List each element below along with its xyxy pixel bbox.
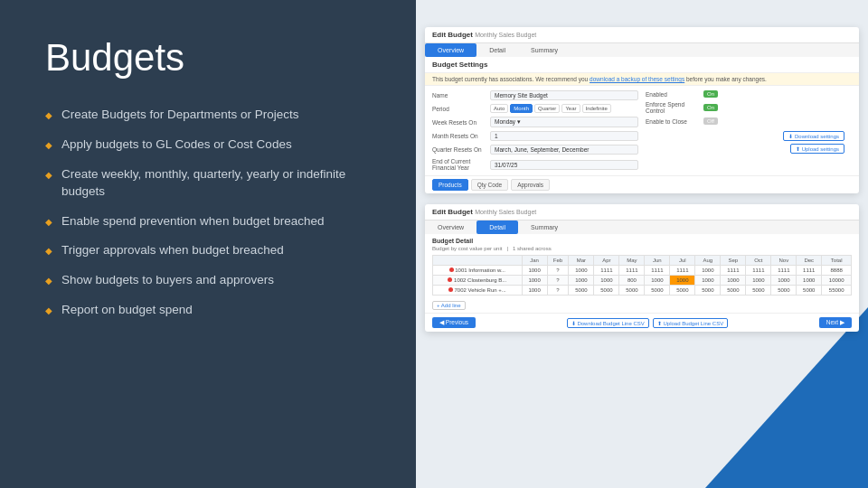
download-backup-link[interactable]: download a backup of these settings	[590, 76, 684, 82]
row1-may: 1111	[619, 266, 645, 276]
col-header-sep: Sep	[721, 256, 746, 266]
row3-name: 7002 Vehicle Run +...	[433, 286, 523, 296]
col-header-apr: Apr	[594, 256, 619, 266]
bottom-navigation: ◀ Previous ⬇ Download Budget Line CSV ⬆ …	[425, 313, 859, 332]
left-fields: Name Memory Site Budget Period Auto Mont…	[432, 90, 638, 171]
row1-feb: ?	[547, 266, 569, 276]
download-csv-button[interactable]: ⬇ Download Budget Line CSV	[567, 318, 649, 328]
period-month[interactable]: Month	[510, 104, 533, 113]
row3-mar: 5000	[569, 286, 594, 296]
row2-aug: 1000	[695, 276, 721, 286]
csv-buttons: ⬇ Download Budget Line CSV ⬆ Upload Budg…	[567, 318, 728, 328]
col-header-total: Total	[822, 256, 852, 266]
bullet-diamond-icon: ◆	[45, 169, 52, 182]
enforce-spend-toggle[interactable]: On	[703, 104, 718, 111]
row1-mar: 1000	[569, 266, 594, 276]
right-panel: Edit Budget Monthly Sales Budget Overvie…	[416, 0, 868, 488]
col-header-nov: Nov	[771, 256, 797, 266]
col-header-aug: Aug	[695, 256, 721, 266]
bullet-diamond-icon: ◆	[45, 245, 52, 258]
bullet-diamond-icon: ◆	[45, 275, 52, 287]
top-card-tabs: Overview Detail Summary	[425, 43, 859, 57]
row3-sep: 5000	[721, 286, 746, 296]
bullet-list: ◆Create Budgets for Departments or Proje…	[45, 107, 380, 319]
row1-jul: 1111	[670, 266, 695, 276]
period-quarter[interactable]: Quarter	[534, 104, 560, 113]
month-resets-label: Month Resets On	[432, 133, 486, 139]
row2-feb: ?	[547, 276, 569, 286]
tab-overview[interactable]: Overview	[425, 43, 476, 57]
row3-aug: 5000	[695, 286, 721, 296]
next-button[interactable]: Next ▶	[819, 317, 852, 328]
col-header-mar: Mar	[569, 256, 594, 266]
bullet-text: Create weekly, monthly, quarterly, yearl…	[61, 166, 380, 201]
enable-to-close-label: Enable to Close	[646, 118, 700, 125]
download-settings-button[interactable]: ⬇ Download settings	[783, 131, 844, 141]
tab2-summary[interactable]: Summary	[518, 221, 571, 234]
bullet-item: ◆Create Budgets for Departments or Proje…	[45, 107, 380, 124]
quarter-resets-value: March, June, September, December	[490, 145, 638, 155]
previous-button[interactable]: ◀ Previous	[432, 317, 476, 328]
col-header-dec: Dec	[797, 256, 822, 266]
bullet-item: ◆Apply budgets to GL Codes or Cost Codes	[45, 136, 380, 154]
add-line-button[interactable]: + Add line	[432, 301, 466, 310]
name-field-row: Name Memory Site Budget	[432, 90, 638, 100]
bullet-text: Trigger approvals when budget breached	[61, 242, 284, 259]
detail-sub: Budget by cost value per unit | 1 shared…	[432, 246, 852, 251]
tab-approvals[interactable]: Approvals	[511, 179, 550, 191]
tab-products[interactable]: Products	[432, 179, 468, 191]
col-header-jun: Jun	[645, 256, 670, 266]
row2-total: 10000	[822, 276, 852, 286]
bottom-card-title: Edit Budget	[432, 208, 473, 216]
row1-name: 1001 Information w...	[433, 266, 523, 276]
row2-apr: 1000	[594, 276, 619, 286]
row3-dec: 5000	[797, 286, 822, 296]
enable-to-close-toggle[interactable]: Off	[703, 117, 718, 125]
upload-csv-button[interactable]: ⬆ Upload Budget Line CSV	[653, 318, 728, 328]
enable-to-close-row: Enable to Close Off	[646, 117, 852, 125]
row2-nov: 1000	[771, 276, 797, 286]
row1-nov: 1111	[771, 266, 797, 276]
upload-settings-button[interactable]: ⬆ Upload settings	[790, 144, 844, 154]
bullet-text: Create Budgets for Departments or Projec…	[61, 107, 299, 124]
row3-oct: 5000	[746, 286, 771, 296]
col-header-name	[433, 256, 523, 266]
period-auto[interactable]: Auto	[490, 104, 508, 113]
bullet-text: Show budgets to buyers and approvers	[61, 272, 274, 289]
tab-qty-code[interactable]: Qty Code	[471, 179, 508, 191]
end-of-year-value: 31/07/25	[490, 160, 638, 170]
col-header-jan: Jan	[522, 256, 547, 266]
bottom-tabs: Products Qty Code Approvals	[425, 175, 859, 193]
row3-jan: 1000	[522, 286, 547, 296]
tab2-overview[interactable]: Overview	[425, 221, 476, 234]
red-dot-icon	[448, 287, 453, 292]
period-year[interactable]: Year	[561, 104, 580, 113]
enforce-spend-row: Enforce Spend Control On	[646, 101, 852, 114]
row1-sep: 1111	[721, 266, 746, 276]
tab2-detail[interactable]: Detail	[476, 221, 518, 234]
period-indefinite[interactable]: Indefinite	[582, 104, 611, 113]
row1-dec: 1111	[797, 266, 822, 276]
tab-summary[interactable]: Summary	[518, 43, 571, 57]
row2-jun: 1000	[645, 276, 670, 286]
end-of-year-row: End of Current Financial Year 31/07/25	[432, 158, 638, 171]
row3-feb: ?	[547, 286, 569, 296]
row2-sep: 1000	[721, 276, 746, 286]
end-of-year-label: End of Current Financial Year	[432, 158, 486, 171]
tab-detail[interactable]: Detail	[476, 43, 518, 57]
bottom-budget-card: Edit Budget Monthly Sales Budget Overvie…	[425, 204, 859, 332]
top-card-title: Edit Budget	[432, 31, 473, 39]
bottom-card-tabs: Overview Detail Summary	[425, 221, 859, 234]
bullet-text: Enable spend prevention when budget brea…	[61, 213, 324, 230]
row2-name: 1002 Clostenburg B...	[433, 276, 523, 286]
bullet-diamond-icon: ◆	[45, 216, 52, 229]
row1-jun: 1111	[645, 266, 670, 276]
enabled-toggle[interactable]: On	[703, 90, 718, 98]
enabled-label: Enabled	[646, 91, 700, 98]
right-fields: Enabled On Enforce Spend Control On Enab…	[646, 90, 852, 171]
name-field-label: Name	[432, 92, 486, 99]
col-header-jul: Jul	[670, 256, 695, 266]
period-buttons: Auto Month Quarter Year Indefinite	[490, 104, 611, 113]
enabled-field-row: Enabled On	[646, 90, 852, 98]
bullet-text: Report on budget spend	[61, 302, 193, 319]
